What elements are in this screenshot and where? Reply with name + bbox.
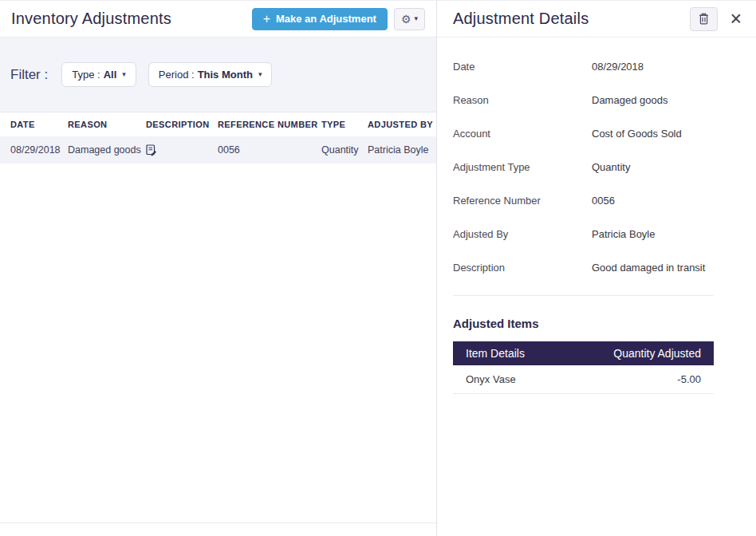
details-title: Adjustment Details xyxy=(453,10,589,28)
chevron-down-icon: ▾ xyxy=(414,15,418,22)
details-body: Date 08/29/2018 Reason Damaged goods Acc… xyxy=(437,37,756,394)
field-label: Reason xyxy=(453,94,592,107)
field-value: Good damaged in transit xyxy=(592,262,705,274)
details-actions: × xyxy=(690,7,742,31)
gear-icon: ⚙ xyxy=(401,14,411,25)
field-label: Adjustment Type xyxy=(453,161,592,174)
make-adjustment-label: Make an Adjustment xyxy=(276,13,376,25)
chevron-down-icon: ▾ xyxy=(258,71,262,78)
close-button[interactable]: × xyxy=(730,9,742,29)
field-row-description: Description Good damaged in transit xyxy=(453,262,714,274)
item-quantity: -5.00 xyxy=(677,373,701,385)
items-column-quantity-adjusted: Quantity Adjusted xyxy=(613,347,701,360)
field-value: Cost of Goods Sold xyxy=(592,128,682,140)
row-date: 08/29/2018 xyxy=(10,144,68,156)
page-title: Inventory Adjustments xyxy=(11,10,171,28)
table-row[interactable]: 08/29/2018 Damaged goods 0056 Quantity P… xyxy=(0,136,436,164)
details-header: Adjustment Details × xyxy=(437,1,756,37)
field-label: Adjusted By xyxy=(453,228,592,241)
field-row-date: Date 08/29/2018 xyxy=(453,61,714,73)
item-name: Onyx Vase xyxy=(466,373,516,385)
filter-bar: Filter : Type : All ▾ Period : This Mont… xyxy=(0,37,436,112)
field-label: Reference Number xyxy=(453,195,592,207)
item-row: Onyx Vase -5.00 xyxy=(453,365,714,394)
field-label: Account xyxy=(453,128,592,140)
field-value: 08/29/2018 xyxy=(592,61,644,73)
adjusted-items-header: Item Details Quantity Adjusted xyxy=(453,341,714,365)
table-header: DATE REASON DESCRIPTION REFERENCE NUMBER… xyxy=(0,112,436,136)
type-filter-prefix: Type : xyxy=(72,69,100,81)
type-filter-value: All xyxy=(104,69,117,81)
field-value: Damaged goods xyxy=(592,94,667,107)
row-reference-number: 0056 xyxy=(218,144,321,156)
left-panel-empty-area xyxy=(0,164,436,522)
column-header-description[interactable]: DESCRIPTION xyxy=(146,120,218,129)
left-panel-header: Inventory Adjustments + Make an Adjustme… xyxy=(0,1,436,37)
note-icon xyxy=(146,144,218,156)
left-panel-footer xyxy=(0,522,436,536)
field-row-reason: Reason Damaged goods xyxy=(453,94,714,107)
adjustment-details-panel: Adjustment Details × xyxy=(437,1,756,536)
column-header-adjusted-by[interactable]: ADJUSTED BY xyxy=(368,120,436,129)
column-header-type[interactable]: TYPE xyxy=(321,120,368,129)
period-filter-dropdown[interactable]: Period : This Month ▾ xyxy=(148,62,273,87)
plus-icon: + xyxy=(263,13,270,26)
field-row-account: Account Cost of Goods Sold xyxy=(453,128,714,140)
type-filter-dropdown[interactable]: Type : All ▾ xyxy=(61,62,136,87)
field-label: Description xyxy=(453,262,592,274)
field-value: Quantity xyxy=(592,161,630,174)
field-row-adjusted-by: Adjusted By Patricia Boyle xyxy=(453,228,714,241)
field-row-reference-number: Reference Number 0056 xyxy=(453,195,714,207)
row-adjusted-by: Patricia Boyle xyxy=(368,144,436,156)
column-header-date[interactable]: DATE xyxy=(10,120,68,129)
delete-button[interactable] xyxy=(690,7,718,31)
filter-label: Filter : xyxy=(10,67,48,83)
close-icon: × xyxy=(730,7,742,30)
settings-menu-button[interactable]: ⚙ ▾ xyxy=(394,8,425,30)
field-value: 0056 xyxy=(592,195,615,207)
adjusted-items-table: Item Details Quantity Adjusted Onyx Vase… xyxy=(453,341,714,394)
column-header-reference-number[interactable]: REFERENCE NUMBER xyxy=(218,120,321,129)
period-filter-prefix: Period : xyxy=(159,69,195,81)
field-value: Patricia Boyle xyxy=(592,228,655,241)
field-label: Date xyxy=(453,61,592,73)
row-type: Quantity xyxy=(321,144,368,156)
period-filter-value: This Month xyxy=(198,69,253,81)
make-adjustment-button[interactable]: + Make an Adjustment xyxy=(252,8,388,30)
items-column-item-details: Item Details xyxy=(466,347,525,360)
inventory-adjustments-panel: Inventory Adjustments + Make an Adjustme… xyxy=(0,1,437,536)
field-row-adjustment-type: Adjustment Type Quantity xyxy=(453,161,714,174)
section-divider xyxy=(453,295,714,296)
trash-icon xyxy=(699,13,709,25)
adjusted-items-heading: Adjusted Items xyxy=(453,317,714,330)
inventory-adjustments-app: Inventory Adjustments + Make an Adjustme… xyxy=(0,0,756,536)
column-header-reason[interactable]: REASON xyxy=(68,120,146,129)
row-reason: Damaged goods xyxy=(68,144,146,156)
left-panel-actions: + Make an Adjustment ⚙ ▾ xyxy=(252,8,425,30)
chevron-down-icon: ▾ xyxy=(122,71,126,78)
